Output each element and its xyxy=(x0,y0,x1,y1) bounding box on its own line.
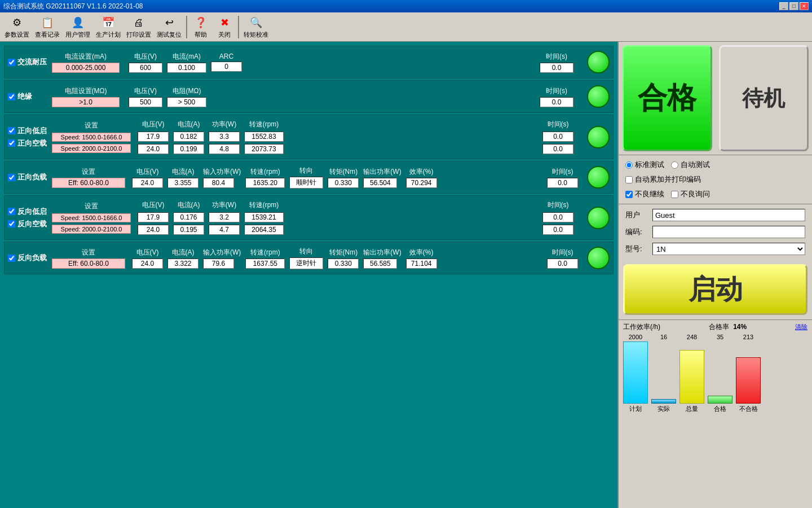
reverse-low-setting-header: 设置 xyxy=(52,202,131,211)
start-button[interactable]: 启动 xyxy=(623,264,807,315)
auto-test-radio[interactable] xyxy=(671,161,678,169)
toolbar-users-label: 用户管理 xyxy=(65,30,90,39)
reverse-load-section: 反向负载 设置 电压(V) 24.0 电流(A) 3.322 输入功率(W) 7… xyxy=(4,242,614,274)
ac-arc-header: ARC xyxy=(219,52,233,60)
defect-query-checkbox[interactable] xyxy=(671,191,678,198)
auto-print-row: 自动累加并打印编码 xyxy=(625,174,805,185)
defect-continue-option[interactable]: 不良继续 xyxy=(625,189,664,199)
code-input[interactable] xyxy=(652,226,805,238)
defect-query-option[interactable]: 不良询问 xyxy=(671,189,710,199)
maximize-button[interactable]: □ xyxy=(789,2,798,10)
bar-total xyxy=(679,350,704,404)
ac-current-setting-input[interactable] xyxy=(52,63,120,73)
defect-continue-checkbox[interactable] xyxy=(625,191,633,198)
test-panel: 交流耐压 电流设置(mA) 电压(V) 600 电流(mA) 0.100 ARC… xyxy=(0,42,617,508)
auto-test-option[interactable]: 自动测试 xyxy=(671,160,710,170)
forward-load-efficiency: 70.294 xyxy=(406,178,437,188)
toolbar-close[interactable]: ✖ 关闭 xyxy=(213,14,236,40)
reverse-load-speed-header: 转速(rpm) xyxy=(245,248,285,257)
ac-test-indicator xyxy=(587,51,610,73)
standby-button[interactable]: 待机 xyxy=(719,45,809,151)
reverse-no-load-time: 0.0 xyxy=(542,225,573,235)
bar-total-value: 248 xyxy=(687,334,697,340)
auto-print-checkbox[interactable] xyxy=(625,176,633,183)
ac-voltage-value: 600 xyxy=(129,63,162,73)
minimize-button[interactable]: _ xyxy=(779,2,788,10)
clear-button[interactable]: 清除 xyxy=(795,323,807,331)
ac-test-label: 交流耐压 xyxy=(17,57,47,67)
toolbar-reset[interactable]: ↩ 测试复位 xyxy=(155,14,184,40)
toolbar-records[interactable]: 📋 查看记录 xyxy=(33,14,62,40)
print-icon: 🖨 xyxy=(131,15,147,30)
form-area: 用户 编码: 型号: 1N xyxy=(619,204,812,260)
reverse-load-current-header: 电流(A) xyxy=(167,248,198,257)
reverse-low-time-header: 时间(s) xyxy=(542,200,573,210)
forward-low-start-power: 3.3 xyxy=(209,132,240,142)
reverse-load-setting-header: 设置 xyxy=(52,248,125,257)
reverse-low-voltage-header: 电压(V) xyxy=(138,200,169,210)
pass-button[interactable]: 合格 xyxy=(622,45,712,151)
insulation-label: 绝缘 xyxy=(17,91,32,102)
toolbar-help[interactable]: ❓ 帮助 xyxy=(189,14,212,40)
standard-test-radio[interactable] xyxy=(625,161,633,169)
toolbar-production[interactable]: 📅 生产计划 xyxy=(94,14,123,40)
reverse-load-time: 0.0 xyxy=(547,259,578,269)
title-bar: 综合测试系统 G202111067 V1.1.6 2022-01-08 _ □ … xyxy=(0,0,812,12)
insulation-time-value: 0.0 xyxy=(540,97,573,107)
auto-print-option[interactable]: 自动累加并打印编码 xyxy=(625,174,701,185)
reverse-no-load-setting-input[interactable] xyxy=(52,225,131,234)
title-bar-controls: _ □ ✕ xyxy=(779,2,809,10)
bar-actual xyxy=(651,399,676,404)
toolbar-torque[interactable]: 🔍 转矩校准 xyxy=(241,14,271,40)
reverse-low-start-checkbox[interactable] xyxy=(8,208,15,215)
reverse-no-load-checkbox[interactable] xyxy=(8,220,15,227)
pass-rate-label: 合格率 14% xyxy=(709,322,747,332)
right-panel: 合格 待机 标准测试 自动测试 自动累加并打印编码 xyxy=(617,42,812,508)
toolbar-reset-label: 测试复位 xyxy=(157,30,182,39)
model-select[interactable]: 1N xyxy=(652,243,805,255)
reverse-load-checkbox[interactable] xyxy=(8,255,15,262)
user-input[interactable] xyxy=(652,209,805,221)
ac-test-checkbox[interactable] xyxy=(8,59,15,66)
reverse-no-load-voltage: 24.0 xyxy=(138,225,169,235)
pass-rate-value: 14% xyxy=(733,323,747,331)
forward-load-time: 0.0 xyxy=(547,178,578,188)
reverse-load-speed: 1637.55 xyxy=(245,259,285,269)
toolbar-separator-1 xyxy=(186,16,187,38)
ac-test-section: 交流耐压 电流设置(mA) 电压(V) 600 电流(mA) 0.100 ARC… xyxy=(4,46,614,78)
reverse-low-start-setting-input[interactable] xyxy=(52,213,131,222)
insulation-checkbox[interactable] xyxy=(8,93,15,100)
toolbar-users[interactable]: 👤 用户管理 xyxy=(63,14,92,40)
reverse-load-voltage-header: 电压(V) xyxy=(132,248,163,257)
forward-low-start-setting-input[interactable] xyxy=(52,133,131,142)
close-window-button[interactable]: ✕ xyxy=(800,2,809,10)
bar-fail xyxy=(736,357,761,404)
forward-low-current-header: 电流(A) xyxy=(173,120,204,129)
forward-no-load-checkbox[interactable] xyxy=(8,139,15,147)
toolbar-params[interactable]: ⚙ 参数设置 xyxy=(2,14,32,40)
reverse-no-load-power: 4.7 xyxy=(209,225,240,235)
insulation-resistance-setting-header: 电阻设置(MΩ) xyxy=(65,86,107,96)
forward-low-start-current: 0.182 xyxy=(173,132,204,142)
forward-low-start-checkbox[interactable] xyxy=(8,127,15,134)
reverse-load-setting-input[interactable] xyxy=(52,259,125,269)
forward-no-load-voltage: 24.0 xyxy=(138,144,169,154)
reverse-load-efficiency: 71.104 xyxy=(406,259,437,269)
forward-no-load-setting-input[interactable] xyxy=(52,144,131,153)
reverse-load-output-power-header: 输出功率(W) xyxy=(363,248,401,257)
toolbar-torque-label: 转矩校准 xyxy=(244,30,268,39)
toolbar-production-label: 生产计划 xyxy=(96,30,121,39)
standard-test-option[interactable]: 标准测试 xyxy=(625,160,664,170)
stats-area: 工作效率(/h) 合格率 14% 清除 2000 计划 16 xyxy=(619,319,812,508)
reverse-load-torque-header: 转矩(Nm) xyxy=(328,248,359,257)
reverse-low-start-power: 3.2 xyxy=(209,212,240,222)
forward-low-setting-header: 设置 xyxy=(52,121,131,130)
insulation-voltage-header: 电压(V) xyxy=(134,86,157,96)
forward-load-speed: 1635.20 xyxy=(245,178,285,188)
toolbar-print[interactable]: 🖨 打印设置 xyxy=(124,14,153,40)
insulation-resistance-setting-input[interactable] xyxy=(52,97,120,107)
forward-low-start-time: 0.0 xyxy=(542,132,573,142)
forward-load-checkbox[interactable] xyxy=(8,174,15,181)
forward-load-setting-input[interactable] xyxy=(52,178,125,188)
records-icon: 📋 xyxy=(39,15,55,30)
